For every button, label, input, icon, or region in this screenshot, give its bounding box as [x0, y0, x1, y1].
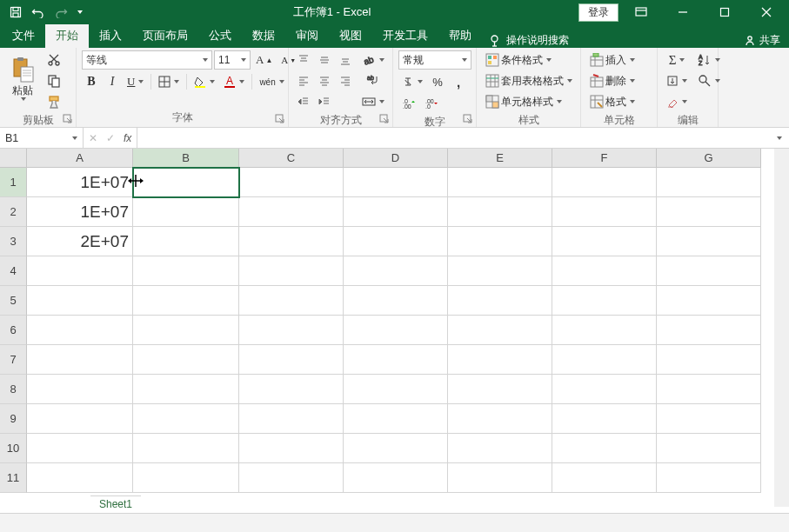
format-as-table-button[interactable]: 套用表格格式	[482, 71, 576, 90]
cell[interactable]	[239, 256, 344, 286]
cell[interactable]	[27, 375, 133, 404]
cell[interactable]	[552, 227, 657, 256]
cell[interactable]	[27, 463, 133, 493]
tell-me-search[interactable]: 操作说明搜索	[482, 33, 576, 48]
clear-icon[interactable]	[663, 92, 691, 111]
row-header-4[interactable]: 4	[0, 256, 27, 286]
row-header-9[interactable]: 9	[0, 404, 27, 434]
row-header-5[interactable]: 5	[0, 286, 27, 316]
share-button[interactable]: 共享	[744, 33, 789, 48]
align-center-icon[interactable]	[315, 71, 334, 90]
cell[interactable]	[344, 316, 448, 345]
cell[interactable]	[133, 316, 239, 345]
cell[interactable]	[133, 286, 239, 316]
format-painter-icon[interactable]	[43, 92, 64, 111]
cell[interactable]	[448, 463, 552, 493]
col-header-G[interactable]: G	[657, 149, 761, 168]
login-button[interactable]: 登录	[578, 3, 618, 22]
cell[interactable]	[133, 345, 239, 375]
insert-cells-button[interactable]: 插入	[586, 50, 652, 70]
cell[interactable]	[344, 345, 448, 375]
cell[interactable]: 1E+07	[27, 168, 133, 197]
cell[interactable]: 1E+07	[27, 197, 133, 227]
autosum-icon[interactable]: Σ	[663, 50, 691, 70]
cell[interactable]	[657, 345, 761, 375]
cell[interactable]	[133, 197, 239, 227]
number-launcher-icon[interactable]	[463, 114, 473, 124]
cell[interactable]	[239, 345, 344, 375]
enter-formula-icon[interactable]: ✓	[106, 132, 115, 144]
cell[interactable]	[448, 168, 552, 197]
cell[interactable]	[657, 227, 761, 256]
cell[interactable]	[448, 197, 552, 227]
col-header-C[interactable]: C	[239, 149, 344, 168]
row-header-1[interactable]: 1	[0, 168, 27, 197]
minimize-icon[interactable]	[664, 3, 702, 22]
increase-indent-icon[interactable]	[315, 92, 334, 111]
cell[interactable]	[27, 404, 133, 434]
cell[interactable]	[552, 463, 657, 493]
cell[interactable]	[552, 286, 657, 316]
cell[interactable]	[239, 227, 344, 256]
redo-icon[interactable]	[50, 2, 71, 23]
fill-icon[interactable]	[663, 71, 691, 90]
font-launcher-icon[interactable]	[275, 114, 285, 124]
tab-layout[interactable]: 页面布局	[132, 24, 198, 48]
cell[interactable]	[344, 434, 448, 463]
row-header-8[interactable]: 8	[0, 375, 27, 404]
align-middle-icon[interactable]	[315, 50, 334, 70]
cell[interactable]	[133, 227, 239, 256]
row-header-10[interactable]: 10	[0, 434, 27, 463]
cell[interactable]	[657, 256, 761, 286]
sheet-tab[interactable]: Sheet1	[90, 495, 141, 513]
cell[interactable]	[239, 197, 344, 227]
col-header-F[interactable]: F	[552, 149, 657, 168]
row-header-11[interactable]: 11	[0, 463, 27, 493]
col-header-B[interactable]: B	[133, 149, 239, 168]
underline-button[interactable]: U	[124, 72, 147, 91]
border-icon[interactable]	[155, 72, 183, 91]
cell[interactable]	[552, 316, 657, 345]
row-header-3[interactable]: 3	[0, 227, 27, 256]
cut-icon[interactable]	[43, 50, 64, 70]
cell[interactable]	[657, 316, 761, 345]
tab-data[interactable]: 数据	[242, 24, 285, 48]
clipboard-launcher-icon[interactable]	[63, 114, 73, 124]
row-header-6[interactable]: 6	[0, 316, 27, 345]
cell[interactable]	[552, 256, 657, 286]
cell[interactable]	[344, 256, 448, 286]
cell[interactable]	[657, 197, 761, 227]
cell[interactable]	[657, 463, 761, 493]
cell[interactable]	[27, 256, 133, 286]
cell[interactable]	[448, 227, 552, 256]
tab-developer[interactable]: 开发工具	[372, 24, 438, 48]
cells-grid[interactable]: 1E+071E+072E+07	[27, 168, 774, 507]
ribbon-display-icon[interactable]	[622, 3, 660, 22]
cell[interactable]	[657, 286, 761, 316]
cell[interactable]	[448, 286, 552, 316]
row-headers[interactable]: 1234567891011	[0, 168, 27, 507]
cell[interactable]	[657, 375, 761, 404]
col-header-D[interactable]: D	[344, 149, 448, 168]
select-all-corner[interactable]	[0, 149, 27, 168]
cell[interactable]	[239, 434, 344, 463]
cell[interactable]	[344, 197, 448, 227]
cell[interactable]	[239, 286, 344, 316]
cell[interactable]	[448, 434, 552, 463]
comma-icon[interactable]: ,	[449, 72, 468, 91]
percent-icon[interactable]: %	[428, 72, 447, 91]
copy-icon[interactable]	[43, 71, 64, 90]
cell[interactable]	[344, 463, 448, 493]
decrease-decimal-icon[interactable]: .00.0	[421, 94, 442, 113]
vertical-scrollbar[interactable]	[774, 149, 789, 507]
qat-customize-icon[interactable]	[73, 2, 85, 23]
cell[interactable]	[448, 316, 552, 345]
merge-center-icon[interactable]	[358, 92, 388, 111]
cell[interactable]	[448, 345, 552, 375]
cell[interactable]	[133, 404, 239, 434]
tab-file[interactable]: 文件	[2, 24, 45, 48]
cell[interactable]	[552, 197, 657, 227]
cell[interactable]	[133, 256, 239, 286]
cell[interactable]	[239, 463, 344, 493]
orientation-icon[interactable]: ab	[358, 50, 388, 70]
